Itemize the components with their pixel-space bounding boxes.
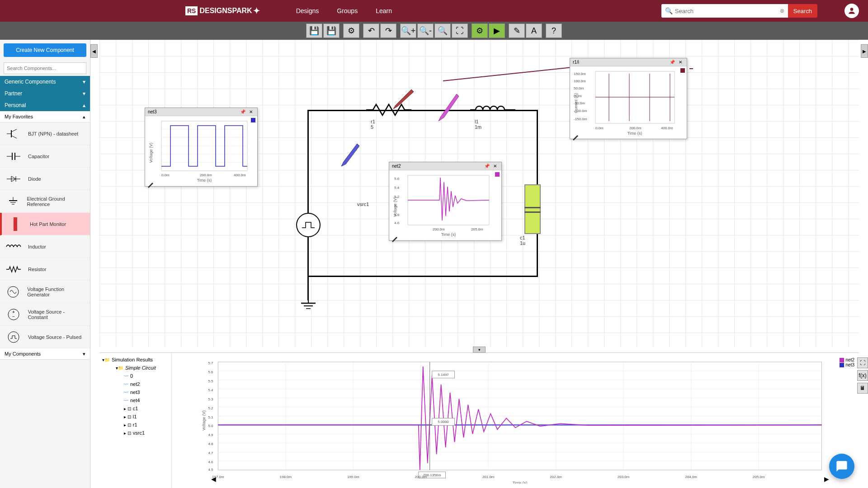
search-button[interactable]: Search bbox=[788, 4, 817, 18]
svg-text:4.9: 4.9 bbox=[208, 433, 213, 437]
svg-text:400.0m: 400.0m bbox=[661, 126, 673, 130]
tree-part-l1[interactable]: ▸ ⊡ l1 bbox=[102, 413, 169, 421]
play-button[interactable]: ▶ bbox=[489, 23, 505, 38]
canvas-area[interactable]: ◀ ▶ r15 l11m vsrc1 c11u bbox=[90, 40, 868, 488]
svg-text:205.0m: 205.0m bbox=[753, 475, 765, 479]
collapse-left-button[interactable]: ◀ bbox=[90, 44, 98, 58]
pin-icon[interactable]: 📌 bbox=[668, 60, 677, 65]
inductor-icon bbox=[5, 241, 23, 252]
pin-icon[interactable]: 📌 bbox=[482, 164, 491, 169]
comp-diode[interactable]: Diode bbox=[0, 168, 90, 190]
comp-vsp[interactable]: Voltage Source - Pulsed bbox=[0, 326, 90, 348]
probe-pen-net3[interactable] bbox=[339, 139, 362, 171]
tree-net-3[interactable]: 〰 net3 bbox=[102, 388, 169, 396]
close-icon[interactable]: ✕ bbox=[247, 109, 255, 114]
section-personal[interactable]: Personal▴ bbox=[0, 99, 90, 111]
svg-text:203.0m: 203.0m bbox=[618, 475, 630, 479]
svg-text:200.0m: 200.0m bbox=[415, 475, 427, 479]
scroll-left-icon[interactable]: ◀ bbox=[211, 475, 216, 483]
scroll-right-icon[interactable]: ▶ bbox=[824, 475, 829, 483]
user-icon[interactable] bbox=[844, 4, 859, 18]
collapse-right-button[interactable]: ▶ bbox=[861, 44, 868, 58]
nav-learn[interactable]: Learn bbox=[376, 7, 392, 14]
tree-part-c1[interactable]: ▸ ⊡ c1 bbox=[102, 404, 169, 413]
pen-icon[interactable] bbox=[572, 133, 579, 141]
pen-icon[interactable] bbox=[391, 235, 398, 242]
zoom-out-button[interactable]: 🔍- bbox=[417, 23, 434, 38]
probe-button[interactable]: ✎ bbox=[509, 23, 525, 38]
main-chart[interactable]: 5.1497 5.0000 200.1356m 5.7 5.6 5.5 5.4 … bbox=[172, 353, 859, 488]
inductor-l1[interactable] bbox=[470, 103, 515, 117]
redo-button[interactable]: ↷ bbox=[380, 23, 396, 38]
wire-gnd[interactable] bbox=[307, 276, 309, 300]
fullscreen-button[interactable]: ⛶ bbox=[452, 23, 468, 38]
section-generic[interactable]: Generic Components▾ bbox=[0, 76, 90, 88]
svg-text:200.0m: 200.0m bbox=[433, 227, 445, 231]
create-component-button[interactable]: Create New Component bbox=[4, 43, 86, 57]
comp-resistor[interactable]: Resistor bbox=[0, 258, 90, 281]
tree-net-2[interactable]: 〰 net2 bbox=[102, 380, 169, 388]
comp-bjt[interactable]: BJT (NPN) - datasheet bbox=[0, 122, 90, 145]
tree-net-0[interactable]: 〰 0 bbox=[102, 372, 169, 380]
tree-part-r1[interactable]: ▸ ⊡ r1 bbox=[102, 421, 169, 429]
schematic-canvas[interactable]: r15 l11m vsrc1 c11u net3📌✕ bbox=[99, 40, 859, 347]
panel-toggle[interactable]: ▾ bbox=[473, 347, 486, 353]
svg-point-20 bbox=[8, 332, 19, 343]
favorites-header[interactable]: My Favorites ▴ bbox=[0, 111, 90, 122]
undo-button[interactable]: ↶ bbox=[363, 23, 379, 38]
svg-text:5.7: 5.7 bbox=[208, 361, 213, 365]
search-input[interactable] bbox=[661, 4, 788, 18]
pin-icon[interactable]: 📌 bbox=[238, 109, 247, 114]
probe-window-r1i[interactable]: r1/i📌✕ 150.0m bbox=[570, 58, 687, 139]
sim-settings-button[interactable]: ⚙ bbox=[472, 23, 488, 38]
comp-ground[interactable]: Electrical Ground Reference bbox=[0, 190, 90, 213]
section-partner[interactable]: Partner▾ bbox=[0, 88, 90, 99]
logo[interactable]: RS DESIGNSPARK ✦ bbox=[185, 6, 260, 16]
svg-point-0 bbox=[850, 8, 854, 11]
svg-text:Voltage (V): Voltage (V) bbox=[149, 143, 153, 163]
annotate-button[interactable]: A bbox=[526, 23, 542, 38]
search-components-input[interactable] bbox=[4, 62, 86, 74]
probe-window-net2[interactable]: net2📌✕ 5.6 5.4 5.2 5 4.8 4.6 bbox=[389, 162, 502, 241]
zoom-in-button[interactable]: 🔍+ bbox=[400, 23, 416, 38]
legend-swatch-net2 bbox=[840, 358, 844, 362]
ground-symbol[interactable] bbox=[299, 300, 317, 313]
clear-icon[interactable]: ⊗ bbox=[780, 8, 784, 14]
wire-bottom[interactable] bbox=[307, 276, 538, 277]
close-icon[interactable]: ✕ bbox=[677, 60, 684, 65]
svg-text:-150.0m: -150.0m bbox=[574, 117, 587, 121]
pen-icon[interactable] bbox=[147, 181, 154, 188]
settings-button[interactable]: ⚙ bbox=[343, 23, 359, 38]
probe-chart-r1i: 150.0m 100.0m 50.0m 0.0m -50.0m -100.0m … bbox=[573, 69, 681, 137]
chart-fx-button[interactable]: f(x) bbox=[857, 370, 868, 381]
vsrc1[interactable] bbox=[295, 211, 322, 239]
wire-left[interactable] bbox=[307, 110, 309, 277]
comp-inductor[interactable]: Inductor bbox=[0, 235, 90, 258]
svg-text:199.0m: 199.0m bbox=[347, 475, 359, 479]
save-as-button[interactable]: 💾 bbox=[323, 23, 340, 38]
capacitor-c1[interactable] bbox=[524, 184, 541, 234]
tree-root[interactable]: ▾📁 Simulation Results bbox=[102, 356, 169, 364]
probe-pen-r1i[interactable] bbox=[389, 87, 416, 110]
chat-bubble[interactable] bbox=[829, 454, 854, 479]
tree-circuit[interactable]: ▾📁 Simple Circuit bbox=[102, 364, 169, 372]
zoom-fit-button[interactable]: 🔍 bbox=[434, 23, 451, 38]
probe-pen-net2[interactable] bbox=[434, 89, 461, 126]
close-icon[interactable]: ✕ bbox=[491, 164, 499, 169]
nav-designs[interactable]: Designs bbox=[296, 7, 319, 14]
nav-groups[interactable]: Groups bbox=[337, 7, 358, 14]
comp-vfg[interactable]: Voltage Function Generator bbox=[0, 281, 90, 303]
probe-lead bbox=[689, 68, 693, 69]
comp-vsc[interactable]: +−Voltage Source - Constant bbox=[0, 303, 90, 326]
help-button[interactable]: ? bbox=[546, 23, 562, 38]
tree-net-4[interactable]: 〰 net4 bbox=[102, 396, 169, 404]
bjt-icon bbox=[5, 128, 23, 139]
save-button[interactable]: 💾 bbox=[306, 23, 322, 38]
comp-capacitor[interactable]: Capacitor bbox=[0, 145, 90, 168]
probe-window-net3[interactable]: net3📌✕ 0.0m 200.0m 400.0m Time (s) bbox=[145, 108, 258, 187]
chart-calc-button[interactable]: 🖩 bbox=[857, 383, 868, 394]
my-components-header[interactable]: My Components ▾ bbox=[0, 348, 90, 360]
tree-part-vsrc1[interactable]: ▸ ⊡ vsrc1 bbox=[102, 429, 169, 437]
comp-hot-monitor[interactable]: Hot Part Monitor bbox=[0, 213, 90, 235]
chart-expand-button[interactable]: ⛶ bbox=[857, 357, 868, 368]
